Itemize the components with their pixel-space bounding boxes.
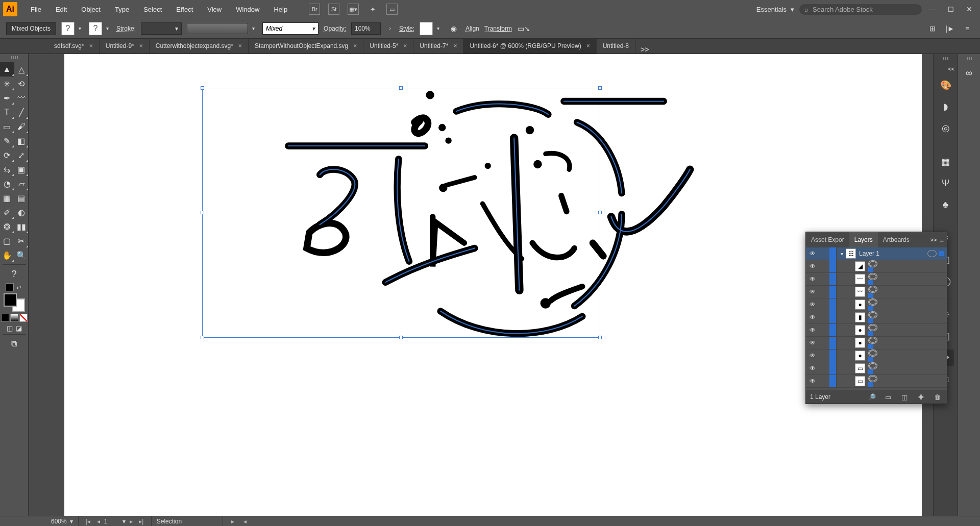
- none-mode-icon[interactable]: [19, 314, 28, 322]
- visibility-toggle-icon[interactable]: 👁: [806, 275, 819, 283]
- align-label[interactable]: Align: [465, 25, 479, 32]
- window-close[interactable]: ×: [962, 3, 977, 15]
- stock-launch-icon[interactable]: St: [326, 2, 341, 17]
- window-minimize[interactable]: —: [925, 3, 940, 15]
- transform-label[interactable]: Transform: [484, 25, 512, 32]
- layer-row[interactable]: 👁 ▾ ☷ Layer 1: [806, 247, 947, 260]
- paintbrush-tool[interactable]: 🖌: [14, 119, 29, 134]
- panel-menu-icon[interactable]: ≡: [940, 236, 944, 244]
- zoom-tool[interactable]: 🔍: [14, 248, 29, 262]
- stroke-weight-field[interactable]: ▾: [141, 22, 182, 35]
- target-icon[interactable]: [927, 250, 937, 257]
- hand-tool[interactable]: ✋: [0, 248, 14, 262]
- current-tool-display[interactable]: Selection: [152, 516, 223, 527]
- panel-grip-icon[interactable]: [5, 56, 23, 60]
- shaper-tool[interactable]: ✎: [0, 134, 14, 148]
- layer-name[interactable]: [868, 286, 947, 298]
- target-icon[interactable]: [868, 260, 877, 267]
- target-icon[interactable]: [868, 286, 877, 293]
- fill-stroke-swatches[interactable]: [3, 293, 26, 312]
- visibility-toggle-icon[interactable]: 👁: [806, 263, 819, 270]
- disclosure-toggle-icon[interactable]: ▾: [838, 251, 846, 257]
- bridge-launch-icon[interactable]: Br: [307, 2, 322, 17]
- target-icon[interactable]: [868, 273, 877, 280]
- width-tool[interactable]: ⇆: [0, 162, 14, 177]
- perspective-tool[interactable]: ▱: [14, 177, 29, 191]
- menu-object[interactable]: Object: [74, 0, 108, 18]
- close-tab-icon[interactable]: ×: [238, 42, 242, 49]
- target-icon[interactable]: [868, 298, 877, 306]
- layer-row[interactable]: 👁●: [806, 298, 947, 311]
- document-tab[interactable]: StamperWithoutObjectExpand.svg×: [249, 39, 363, 54]
- close-tab-icon[interactable]: ×: [403, 42, 407, 49]
- layer-row[interactable]: 👁●: [806, 337, 947, 349]
- menu-select[interactable]: Select: [136, 0, 169, 18]
- make-clipping-mask-icon[interactable]: ▭: [883, 391, 894, 403]
- panel-grip-icon[interactable]: [963, 57, 976, 61]
- swap-fillstroke-icon[interactable]: ⇄: [15, 283, 23, 291]
- snap-icon[interactable]: |►: [943, 22, 957, 35]
- artboard-tool[interactable]: ▢: [0, 234, 14, 248]
- target-icon[interactable]: [868, 337, 877, 344]
- gradient-mode-icon[interactable]: [10, 314, 18, 322]
- column-graph-tool[interactable]: ▮▮: [14, 219, 29, 234]
- opacity-field[interactable]: 100%: [351, 22, 381, 35]
- layer-row[interactable]: 👁●: [806, 349, 947, 362]
- type-tool[interactable]: T: [0, 105, 14, 119]
- visibility-toggle-icon[interactable]: 👁: [806, 378, 819, 385]
- eyedropper-tool[interactable]: ✐: [0, 205, 14, 219]
- layer-name[interactable]: [868, 349, 947, 362]
- stroke-swatch[interactable]: ?▾: [89, 22, 111, 35]
- menu-window[interactable]: Window: [229, 0, 266, 18]
- visibility-toggle-icon[interactable]: 👁: [806, 314, 819, 321]
- layer-name[interactable]: [868, 311, 947, 323]
- libraries-panel-icon[interactable]: ∞: [961, 65, 977, 81]
- layer-row[interactable]: 👁●: [806, 324, 947, 337]
- status-flyout-button[interactable]: ▸: [228, 518, 237, 525]
- curvature-tool[interactable]: 〰: [14, 91, 29, 105]
- gpu-icon[interactable]: ✦: [365, 2, 380, 17]
- default-fillstroke-icon[interactable]: [6, 283, 14, 291]
- brush-definition[interactable]: Mixed▾: [262, 22, 318, 35]
- visibility-toggle-icon[interactable]: 👁: [806, 250, 819, 257]
- window-maximize[interactable]: ☐: [943, 3, 959, 15]
- document-tab-active[interactable]: Untitled-6* @ 600% (RGB/GPU Preview)×: [463, 39, 596, 54]
- visibility-toggle-icon[interactable]: 👁: [806, 288, 819, 295]
- layer-row[interactable]: 👁〰: [806, 286, 947, 298]
- swatches-panel-icon[interactable]: ▦: [938, 154, 954, 170]
- document-tab[interactable]: Untitled-9*×: [100, 39, 150, 54]
- canvas[interactable]: <<: [29, 54, 933, 516]
- fill-swatch[interactable]: ?▾: [61, 22, 84, 35]
- menu-type[interactable]: Type: [108, 0, 136, 18]
- delete-layer-icon[interactable]: 🗑: [932, 391, 943, 403]
- isolate-group-icon[interactable]: ▭↘: [517, 22, 530, 35]
- layer-name[interactable]: [868, 273, 947, 285]
- document-tab[interactable]: sdfsdf.svg*×: [48, 39, 100, 54]
- lasso-tool[interactable]: ⟲: [14, 77, 29, 91]
- menu-edit[interactable]: Edit: [48, 0, 74, 18]
- target-icon[interactable]: [868, 324, 877, 331]
- line-tool[interactable]: ╱: [14, 105, 29, 119]
- target-icon[interactable]: [868, 311, 877, 318]
- brushes-panel-icon[interactable]: Ψ: [938, 175, 954, 191]
- prev-artboard-button[interactable]: ◂: [94, 518, 103, 525]
- artboard-number-field[interactable]: 1: [104, 518, 121, 525]
- pen-tool[interactable]: ✒: [0, 91, 14, 105]
- visibility-toggle-icon[interactable]: 👁: [806, 352, 819, 359]
- direct-selection-tool[interactable]: △: [14, 62, 29, 77]
- slice-tool[interactable]: ✂: [14, 234, 29, 248]
- close-tab-icon[interactable]: ×: [89, 42, 93, 49]
- visibility-toggle-icon[interactable]: 👁: [806, 301, 819, 308]
- menu-help[interactable]: Help: [266, 0, 295, 18]
- document-tab[interactable]: Untitled-5*×: [363, 39, 413, 54]
- first-artboard-button[interactable]: |◂: [84, 518, 93, 525]
- layer-row[interactable]: 👁▮: [806, 311, 947, 324]
- selection-tool[interactable]: ▲: [0, 62, 14, 77]
- fill-stroke-help[interactable]: ?: [0, 267, 29, 281]
- doc-setup-icon[interactable]: ▭: [384, 2, 400, 17]
- recolor-panel-icon[interactable]: ◎: [938, 120, 954, 136]
- panel-tab-asset-export[interactable]: Asset Expor: [806, 232, 849, 247]
- gradient-tool[interactable]: ▤: [14, 191, 29, 205]
- close-tab-icon[interactable]: ×: [586, 42, 590, 49]
- graphic-style-swatch[interactable]: ▾: [420, 22, 442, 35]
